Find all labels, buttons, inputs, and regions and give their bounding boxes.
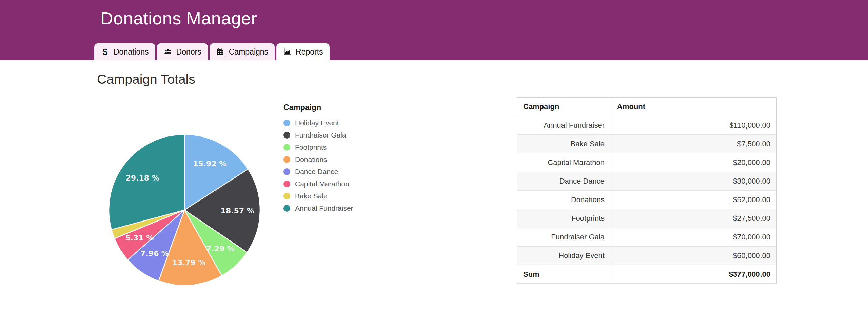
pie-slice-label: 29.18 % (125, 174, 159, 182)
pie-slice-label: 5.31 % (125, 234, 154, 242)
campaign-cell: Annual Fundraiser (517, 116, 611, 135)
pie-slice-label: 15.92 % (193, 160, 226, 168)
table-row: Footprints$27,500.00 (517, 209, 777, 228)
legend-label: Fundraiser Gala (295, 131, 346, 139)
table-row: Fundraiser Gala$70,000.00 (517, 228, 777, 247)
sum-value: $377,000.00 (611, 265, 777, 284)
app-title: Donations Manager (100, 8, 257, 28)
campaign-cell: Donations (517, 191, 611, 209)
legend-marker (283, 205, 290, 212)
amount-cell: $52,000.00 (611, 191, 777, 209)
legend-label: Donations (295, 155, 327, 164)
table-row: Donations$52,000.00 (517, 191, 777, 209)
legend-title: Campaign (283, 103, 353, 112)
amount-cell: $110,000.00 (611, 116, 777, 135)
legend-item-dance-dance[interactable]: Dance Dance (283, 166, 353, 178)
calendar-icon (216, 47, 225, 56)
legend-label: Annual Fundraiser (295, 204, 353, 212)
campaign-cell: Footprints (517, 209, 611, 228)
tab-label: Donors (176, 47, 201, 57)
tab-label: Campaigns (229, 47, 268, 57)
tab-donations[interactable]: $Donations (94, 43, 155, 60)
campaign-totals-table: Campaign Amount Annual Fundraiser$110,00… (517, 97, 777, 284)
tab-bar: $DonationsDonorsCampaignsReports (94, 43, 330, 60)
table-row: Dance Dance$30,000.00 (517, 172, 777, 191)
legend-label: Footprints (295, 143, 327, 151)
legend-marker (283, 168, 290, 175)
legend-item-fundraiser-gala[interactable]: Fundraiser Gala (283, 129, 353, 141)
amount-cell: $60,000.00 (611, 247, 777, 265)
pie-slice-label: 18.57 % (220, 207, 254, 215)
legend-item-capital-marathon[interactable]: Capital Marathon (283, 178, 353, 190)
legend-label: Holiday Event (295, 119, 339, 127)
legend-item-annual-fundraiser[interactable]: Annual Fundraiser (283, 202, 353, 214)
legend-marker (283, 156, 290, 163)
legend-marker (283, 132, 290, 139)
tab-donors[interactable]: Donors (157, 43, 208, 60)
amount-cell: $27,500.00 (611, 209, 777, 228)
amount-cell: $30,000.00 (611, 172, 777, 191)
campaign-pie: 15.92 %18.57 %7.29 %13.79 %7.96 %5.31 %2… (106, 132, 262, 288)
legend-marker (283, 120, 290, 126)
campaign-cell: Holiday Event (517, 247, 611, 265)
legend-label: Bake Sale (295, 192, 328, 200)
legend-marker (283, 144, 290, 151)
legend-label: Capital Marathon (295, 180, 349, 188)
legend-marker (283, 193, 290, 200)
legend-item-holiday-event[interactable]: Holiday Event (283, 117, 353, 129)
legend-item-footprints[interactable]: Footprints (283, 141, 353, 153)
campaign-cell: Bake Sale (517, 135, 611, 153)
sum-label: Sum (517, 265, 611, 284)
app-window: Donations Manager $DonationsDonorsCampai… (0, 0, 868, 336)
area-chart-icon (283, 47, 292, 56)
column-header-amount: Amount (611, 98, 777, 116)
amount-cell: $20,000.00 (611, 153, 777, 172)
campaign-cell: Capital Marathon (517, 153, 611, 172)
table-row: Capital Marathon$20,000.00 (517, 153, 777, 172)
amount-cell: $7,500.00 (611, 135, 777, 153)
tab-label: Reports (296, 47, 323, 57)
report-table-body: Annual Fundraiser$110,000.00Bake Sale$7,… (517, 116, 777, 265)
legend-item-bake-sale[interactable]: Bake Sale (283, 190, 353, 202)
table-header-row: Campaign Amount (517, 98, 777, 116)
campaign-cell: Dance Dance (517, 172, 611, 191)
campaign-cell: Fundraiser Gala (517, 228, 611, 247)
pie-slice-label: 13.79 % (172, 258, 205, 267)
tab-campaigns[interactable]: Campaigns (210, 43, 275, 60)
table-row: Holiday Event$60,000.00 (517, 247, 777, 265)
table-row: Annual Fundraiser$110,000.00 (517, 116, 777, 135)
legend-marker (283, 181, 290, 187)
pie-slice-label: 7.29 % (206, 245, 235, 253)
table-row: Bake Sale$7,500.00 (517, 135, 777, 153)
page-title: Campaign Totals (97, 72, 195, 87)
legend-label: Dance Dance (295, 168, 338, 176)
pie-slice-label: 7.96 % (140, 249, 169, 258)
tab-label: Donations (114, 47, 149, 57)
legend-item-donations[interactable]: Donations (283, 153, 353, 166)
table-sum-row: Sum $377,000.00 (517, 265, 777, 284)
tab-reports[interactable]: Reports (276, 43, 330, 60)
dollar-icon: $ (101, 47, 110, 56)
chart-legend-items: Holiday EventFundraiser GalaFootprintsDo… (283, 117, 353, 214)
app-header: Donations Manager $DonationsDonorsCampai… (0, 0, 868, 60)
users-icon (163, 47, 172, 56)
column-header-campaign: Campaign (517, 98, 611, 116)
chart-legend: Campaign Holiday EventFundraiser GalaFoo… (283, 103, 353, 214)
amount-cell: $70,000.00 (611, 228, 777, 247)
